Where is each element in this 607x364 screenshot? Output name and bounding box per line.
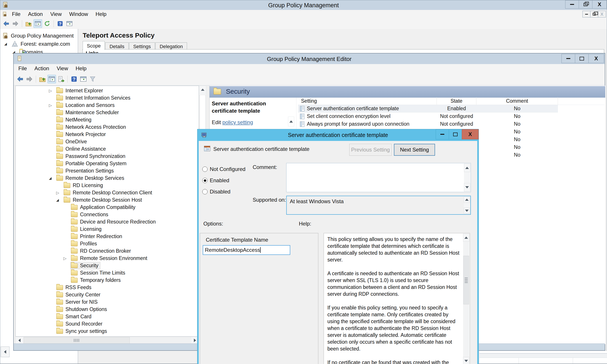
tree-item[interactable]: Security Center: [16, 291, 199, 299]
tree-item-gpm-root[interactable]: Group Policy Management: [0, 32, 78, 40]
mdi-restore-button[interactable]: [590, 11, 598, 17]
expander-icon[interactable]: [49, 103, 56, 108]
help-button[interactable]: ?: [56, 19, 64, 28]
menu-item[interactable]: Action: [31, 65, 53, 72]
tree-item[interactable]: Portable Operating System: [16, 160, 199, 167]
tree-item[interactable]: Maintenance Scheduler: [16, 109, 199, 116]
scroll-down-button[interactable]: [464, 183, 470, 192]
tree-item[interactable]: Printer Redirection: [16, 233, 199, 240]
expander-icon[interactable]: [4, 41, 11, 46]
menu-item[interactable]: File: [8, 11, 24, 17]
forward-button[interactable]: [25, 75, 34, 83]
refresh-button[interactable]: [43, 19, 51, 28]
tree-item[interactable]: Internet Information Services: [16, 94, 199, 102]
tree-item[interactable]: Remote Session Environment: [16, 255, 199, 262]
tree-item[interactable]: Profiles: [16, 240, 199, 247]
show-window-button[interactable]: [65, 19, 74, 28]
maximize-button[interactable]: [449, 129, 462, 139]
tree-item[interactable]: OneDrive: [16, 138, 199, 145]
expander-icon[interactable]: [49, 176, 56, 181]
up-one-level-button[interactable]: [24, 19, 33, 28]
scroll-thumb[interactable]: [24, 337, 130, 344]
description-scroll-up-button[interactable]: [288, 117, 294, 126]
gpme-titlebar[interactable]: Group Policy Management Editor X: [14, 53, 605, 64]
tree-item[interactable]: Remote Desktop Session Host: [16, 196, 199, 204]
close-button[interactable]: X: [588, 54, 604, 63]
tree-item[interactable]: RD Connection Broker: [16, 247, 199, 255]
tree-item[interactable]: Network Access Protection: [16, 123, 199, 131]
export-list-button[interactable]: [57, 75, 65, 83]
gpm-titlebar[interactable]: Group Policy Management X: [0, 0, 607, 10]
supported-on-box[interactable]: At least Windows Vista: [286, 196, 471, 215]
tree-item[interactable]: Password Synchronization: [16, 153, 199, 160]
menu-item[interactable]: View: [53, 65, 72, 72]
setting-row[interactable]: Always prompt for password upon connecti…: [298, 120, 558, 128]
radio-option[interactable]: Not Configured: [202, 165, 245, 173]
up-one-level-button[interactable]: [38, 75, 47, 83]
menu-item[interactable]: Action: [24, 11, 47, 17]
certificate-template-name-input[interactable]: RemoteDesktopAccess: [203, 245, 290, 255]
close-button[interactable]: X: [592, 0, 607, 9]
maximize-button[interactable]: [575, 54, 589, 63]
restore-button[interactable]: [579, 0, 593, 9]
minimize-button[interactable]: [565, 0, 579, 9]
filter-button[interactable]: [88, 75, 97, 83]
tab[interactable]: Scope: [83, 41, 105, 50]
radio-icon[interactable]: [202, 167, 208, 172]
help-box[interactable]: This policy setting allows you to specif…: [324, 233, 470, 364]
tree-item[interactable]: Security: [16, 262, 199, 269]
tree-item[interactable]: NetMeeting: [16, 116, 199, 123]
gpm-scroll-left-button[interactable]: [1, 347, 10, 357]
column-header-state[interactable]: State: [437, 97, 476, 105]
tree-item[interactable]: RSS Feeds: [16, 284, 199, 291]
expander-icon[interactable]: [56, 198, 63, 202]
minimize-button[interactable]: [436, 129, 449, 139]
scroll-left-button[interactable]: [16, 337, 23, 344]
menu-item[interactable]: Help: [92, 11, 110, 17]
tree-item[interactable]: Device and Resource Redirection: [16, 218, 199, 225]
tree-item[interactable]: RD Licensing: [16, 182, 199, 189]
supported-scrollbar[interactable]: [464, 196, 470, 214]
expander-icon[interactable]: [49, 88, 56, 93]
menu-item[interactable]: Window: [66, 11, 92, 17]
tree-item[interactable]: Remote Desktop Services: [16, 174, 199, 182]
menu-item[interactable]: Help: [72, 65, 90, 72]
tree-item-forest[interactable]: Forest: example.com: [0, 40, 78, 48]
scroll-thumb[interactable]: [463, 256, 469, 304]
radio-option[interactable]: Disabled: [202, 188, 245, 195]
expander-icon[interactable]: [56, 190, 63, 195]
minimize-button[interactable]: [561, 54, 575, 63]
gpme-tree-hscrollbar[interactable]: [15, 337, 199, 344]
mdi-close-button[interactable]: X: [598, 11, 606, 17]
next-setting-button[interactable]: Next Setting: [394, 144, 435, 156]
setting-row[interactable]: Set client connection encryption level N…: [298, 112, 558, 120]
tree-item[interactable]: Internet Explorer: [16, 87, 199, 94]
scroll-up-button[interactable]: [199, 86, 206, 93]
mdi-minimize-button[interactable]: [582, 11, 590, 17]
previous-setting-button[interactable]: Previous Setting: [349, 144, 392, 156]
scroll-up-button[interactable]: [464, 164, 470, 172]
scroll-up-button[interactable]: [464, 196, 470, 203]
radio-option[interactable]: Enabled: [202, 177, 245, 184]
forward-button[interactable]: [11, 19, 20, 28]
tree-item[interactable]: Temporary folders: [16, 276, 199, 284]
show-window-button[interactable]: [79, 75, 88, 83]
tree-item[interactable]: Remote Desktop Connection Client: [16, 189, 199, 196]
tree-item[interactable]: Shutdown Options: [16, 306, 199, 313]
scroll-up-button[interactable]: [463, 234, 469, 242]
scroll-down-button[interactable]: [464, 208, 470, 214]
expander-icon[interactable]: [63, 256, 70, 261]
menu-item[interactable]: File: [14, 65, 31, 72]
help-button[interactable]: ?: [70, 75, 78, 83]
tree-item[interactable]: Network Projector: [16, 131, 199, 138]
tree-item[interactable]: Smart Card: [16, 313, 199, 320]
close-button[interactable]: X: [462, 129, 479, 139]
tree-item[interactable]: Application Compatibility: [16, 204, 199, 211]
column-header-setting[interactable]: Setting: [298, 97, 437, 105]
tree-item[interactable]: Session Time Limits: [16, 269, 199, 276]
tree-item[interactable]: Online Assistance: [16, 145, 199, 153]
console-tree-button[interactable]: [34, 19, 42, 28]
tree-item[interactable]: Licensing: [16, 225, 199, 233]
tree-item[interactable]: Presentation Settings: [16, 167, 199, 174]
column-header-comment[interactable]: Comment: [476, 97, 558, 105]
